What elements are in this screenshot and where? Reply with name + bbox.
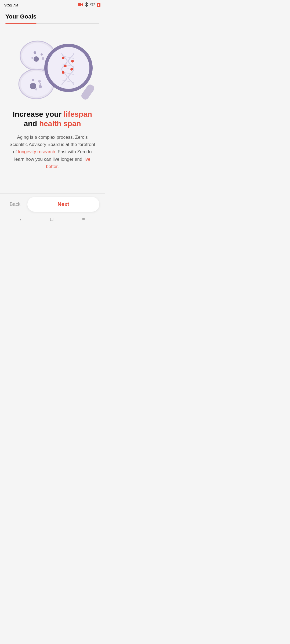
illustration-area (0, 24, 105, 107)
content-area: Increase your lifespan and health span A… (0, 107, 105, 193)
svg-point-5 (34, 51, 36, 54)
heading-part1: Increase your (13, 110, 64, 118)
page-title: Your Goals (5, 13, 99, 20)
desc-part3: . (57, 164, 59, 169)
svg-point-13 (38, 80, 41, 83)
magnifying-glass (44, 44, 95, 101)
svg-point-30 (64, 65, 67, 67)
svg-point-28 (62, 57, 64, 59)
svg-point-19 (48, 47, 89, 89)
svg-point-15 (39, 85, 42, 88)
svg-point-31 (70, 68, 73, 71)
android-back-button[interactable]: ‹ (20, 217, 21, 222)
svg-point-9 (31, 57, 33, 59)
svg-point-29 (71, 60, 74, 63)
svg-point-32 (62, 71, 64, 74)
battery-icon: ▮ (97, 3, 100, 7)
status-icons: ▮ (78, 2, 100, 8)
heading-part2: and (24, 119, 39, 128)
svg-point-7 (34, 56, 39, 62)
time-display: 9:52 (4, 3, 12, 7)
heading-highlight2: health span (39, 119, 81, 128)
main-heading: Increase your lifespan and health span (8, 109, 97, 128)
android-recents-button[interactable]: ≡ (82, 217, 85, 222)
svg-point-12 (32, 79, 34, 81)
android-nav-bar: ‹ □ ≡ (0, 214, 105, 226)
android-home-button[interactable]: □ (50, 217, 53, 222)
back-button[interactable]: Back (5, 199, 25, 210)
status-bar: 9:52 AM ▮ (0, 0, 105, 10)
next-button[interactable]: Next (27, 197, 99, 212)
svg-rect-0 (78, 3, 81, 6)
nav-buttons: Back Next (5, 197, 99, 212)
description-text: Aging is a complex process. Zero's Scien… (8, 134, 97, 170)
video-icon (78, 3, 83, 7)
desc-highlight1: longevity research (18, 149, 55, 154)
ampm-display: AM (13, 4, 18, 7)
status-time: 9:52 AM (4, 3, 18, 7)
bluetooth-icon (85, 2, 88, 8)
page-header: Your Goals (0, 10, 105, 24)
wifi-icon (90, 3, 95, 7)
svg-point-8 (42, 57, 44, 60)
svg-point-6 (41, 53, 43, 56)
heading-highlight1: lifespan (64, 110, 92, 118)
svg-point-16 (39, 83, 41, 85)
svg-point-14 (30, 83, 36, 89)
bottom-nav: Back Next (0, 193, 105, 214)
science-illustration (9, 29, 95, 104)
svg-point-17 (35, 88, 37, 90)
